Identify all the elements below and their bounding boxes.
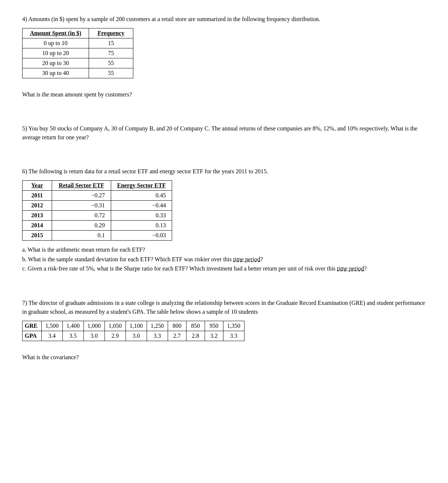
q4-question: What is the mean amount spent by custome…	[22, 90, 426, 99]
gpa-value-cell: 2.9	[105, 331, 126, 341]
gre-value-cell: 1,100	[126, 321, 147, 331]
freq-amount-cell: 10 up to 20	[23, 48, 89, 58]
question-4: 4) Amounts (in $) spent by a sample of 2…	[22, 15, 426, 99]
q6-sub-b-suffix: ?	[260, 256, 263, 262]
etf-header-energy: Energy Sector ETF	[111, 181, 172, 191]
table-row: 30 up to 4055	[23, 68, 133, 78]
q6-subquestions: a. What is the arithmetic mean return fo…	[22, 245, 426, 273]
table-row: 20 up to 3055	[23, 58, 133, 68]
etf-retail-cell: 0.29	[52, 221, 111, 231]
gpa-value-cell: 2.7	[168, 331, 186, 341]
gpa-value-cell: 2.8	[186, 331, 205, 341]
freq-header-frequency: Frequency	[89, 28, 133, 38]
q7-intro: 7) The director of graduate admissions i…	[22, 299, 426, 316]
gre-table: GRE1,5001,4001,0001,0501,1001,2508008509…	[22, 321, 244, 341]
freq-header-amount: Amount Spent (in $)	[23, 28, 89, 38]
q6-sub-b: b. What is the sample standard deviation…	[22, 255, 426, 264]
gpa-label: GPA	[23, 331, 42, 341]
q6-sub-c-suffix: ?	[364, 265, 367, 272]
q4-intro: 4) Amounts (in $) spent by a sample of 2…	[22, 15, 426, 24]
freq-value-cell: 55	[89, 68, 133, 78]
table-row: 2011−0.270.45	[23, 191, 172, 201]
q6-sub-c-link: time period	[337, 265, 364, 272]
etf-energy-cell: −0.03	[111, 231, 172, 241]
gre-value-cell: 1,050	[105, 321, 126, 331]
freq-value-cell: 15	[89, 38, 133, 48]
etf-retail-cell: 0.72	[52, 211, 111, 221]
gpa-value-cell: 3.4	[41, 331, 62, 341]
gpa-value-cell: 3.5	[62, 331, 83, 341]
table-row: 20130.720.33	[23, 211, 172, 221]
etf-energy-cell: 0.33	[111, 211, 172, 221]
q6-sub-c: c. Given a risk-free rate of 5%, what is…	[22, 264, 426, 273]
etf-retail-cell: −0.27	[52, 191, 111, 201]
question-7: 7) The director of graduate admissions i…	[22, 299, 426, 362]
etf-energy-cell: 0.45	[111, 191, 172, 201]
gre-value-cell: 800	[168, 321, 186, 331]
q6-sub-b-prefix: b. What is the sample standard deviation…	[22, 256, 233, 262]
q5-text: 5) You buy 50 stocks of Company A, 30 of…	[22, 124, 426, 142]
q6-sub-b-link: time period	[233, 256, 260, 262]
gpa-value-cell: 3.3	[223, 331, 244, 341]
gre-value-cell: 1,000	[83, 321, 105, 331]
etf-table: Year Retail Sector ETF Energy Sector ETF…	[22, 180, 172, 241]
gre-value-cell: 1,500	[41, 321, 62, 331]
frequency-table: Amount Spent (in $) Frequency 0 up to 10…	[22, 28, 133, 78]
etf-year-cell: 2014	[23, 221, 52, 231]
etf-retail-cell: −0.31	[52, 201, 111, 211]
q6-intro: 6) The following is return data for a re…	[22, 167, 426, 176]
question-6: 6) The following is return data for a re…	[22, 167, 426, 273]
freq-value-cell: 55	[89, 58, 133, 68]
etf-year-cell: 2012	[23, 201, 52, 211]
freq-value-cell: 75	[89, 48, 133, 58]
gre-value-cell: 1,350	[223, 321, 244, 331]
etf-year-cell: 2011	[23, 191, 52, 201]
etf-energy-cell: 0.13	[111, 221, 172, 231]
table-row: 0 up to 1015	[23, 38, 133, 48]
question-5: 5) You buy 50 stocks of Company A, 30 of…	[22, 124, 426, 142]
gpa-row: GPA3.43.53.02.93.03.32.72.83.23.3	[23, 331, 244, 341]
table-row: 2012−0.31−0.44	[23, 201, 172, 211]
etf-energy-cell: −0.44	[111, 201, 172, 211]
etf-header-year: Year	[23, 181, 52, 191]
gpa-value-cell: 3.3	[147, 331, 168, 341]
q6-sub-c-prefix: c. Given a risk-free rate of 5%, what is…	[22, 265, 337, 272]
freq-amount-cell: 0 up to 10	[23, 38, 89, 48]
gpa-value-cell: 3.0	[126, 331, 147, 341]
etf-header-retail: Retail Sector ETF	[52, 181, 111, 191]
q6-sub-a: a. What is the arithmetic mean return fo…	[22, 245, 426, 255]
freq-amount-cell: 30 up to 40	[23, 68, 89, 78]
etf-retail-cell: 0.1	[52, 231, 111, 241]
gre-row: GRE1,5001,4001,0001,0501,1001,2508008509…	[23, 321, 244, 331]
table-row: 20150.1−0.03	[23, 231, 172, 241]
table-row: 10 up to 2075	[23, 48, 133, 58]
gre-label: GRE	[23, 321, 42, 331]
table-row: 20140.290.13	[23, 221, 172, 231]
gpa-value-cell: 3.2	[205, 331, 223, 341]
freq-amount-cell: 20 up to 30	[23, 58, 89, 68]
gre-value-cell: 850	[186, 321, 205, 331]
q7-question: What is the covariance?	[22, 353, 426, 362]
gpa-value-cell: 3.0	[83, 331, 105, 341]
etf-year-cell: 2013	[23, 211, 52, 221]
etf-year-cell: 2015	[23, 231, 52, 241]
gre-value-cell: 1,400	[62, 321, 83, 331]
gre-value-cell: 1,250	[147, 321, 168, 331]
gre-value-cell: 950	[205, 321, 223, 331]
